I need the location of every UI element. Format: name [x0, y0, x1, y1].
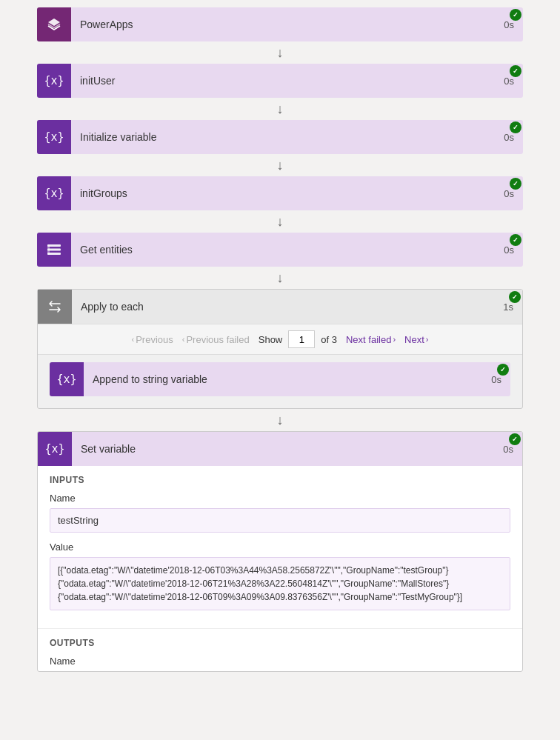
step-initgroups: {x} initGroups 0s ✓ — [37, 176, 523, 210]
svg-rect-3 — [47, 244, 50, 255]
set-variable-header[interactable]: {x} Set variable 0s ✓ — [38, 432, 522, 466]
success-badge-append: ✓ — [497, 364, 509, 376]
success-badge-initvariable: ✓ — [510, 121, 521, 133]
next-failed-label: Next failed — [346, 334, 391, 345]
step-header-getentities[interactable]: Get entities 0s ✓ — [37, 233, 523, 267]
step-duration-initgroups: 0s — [495, 188, 523, 199]
pagination-previous-failed-btn[interactable]: ‹ Previous failed — [179, 333, 253, 347]
step-initvariable: {x} Initialize variable 0s ✓ — [37, 120, 523, 154]
inputs-label: INPUTS — [50, 475, 510, 485]
icon-initgroups: {x} — [37, 176, 71, 210]
step-title-initvariable: Initialize variable — [71, 131, 495, 143]
previous-label: Previous — [136, 334, 173, 345]
icon-initvariable: {x} — [37, 120, 71, 154]
step-duration-initvariable: 0s — [495, 132, 523, 143]
setvariable-title: Set variable — [72, 443, 494, 455]
chevron-right-failed-icon: › — [393, 335, 396, 344]
step-header-append[interactable]: {x} Append to string variable 0s ✓ — [50, 362, 510, 396]
step-title-initgroups: initGroups — [71, 187, 495, 199]
icon-getentities — [37, 233, 71, 267]
loop-header[interactable]: Apply to each 1s ✓ — [38, 290, 522, 324]
step-header-powerapps[interactable]: PowerApps 0s ✓ — [37, 7, 523, 41]
value-field-content: [{"odata.etag":"W/\"datetime'2018-12-06T… — [50, 557, 510, 610]
success-badge-powerapps: ✓ — [510, 9, 521, 21]
step-getentities: Get entities 0s ✓ — [37, 233, 523, 267]
icon-powerapps — [37, 7, 71, 41]
success-badge-setvariable: ✓ — [509, 433, 521, 445]
connector-2: ↓ — [277, 98, 284, 120]
flow-container: PowerApps 0s ✓ ↓ {x} initUser 0s ✓ ↓ {x}… — [37, 7, 523, 672]
set-variable-container: {x} Set variable 0s ✓ INPUTS Name testSt… — [37, 431, 523, 672]
step-append: {x} Append to string variable 0s ✓ — [50, 362, 510, 396]
outputs-name-label: Name — [50, 656, 510, 667]
loop-pagination: ‹ Previous ‹ Previous failed Show of 3 N… — [38, 324, 522, 355]
icon-loop — [38, 290, 72, 324]
outputs-label: OUTPUTS — [50, 638, 510, 648]
name-field-value: testString — [50, 508, 510, 533]
next-label: Next — [404, 334, 424, 345]
success-badge-getentities: ✓ — [510, 234, 521, 246]
loop-inner: {x} Append to string variable 0s ✓ — [38, 355, 522, 408]
step-header-initvariable[interactable]: {x} Initialize variable 0s ✓ — [37, 120, 523, 154]
step-duration-append: 0s — [482, 374, 510, 385]
outputs-section: OUTPUTS Name — [38, 628, 522, 667]
step-duration-getentities: 0s — [495, 244, 523, 256]
step-duration-inituser: 0s — [495, 76, 523, 87]
pagination-next-failed-btn[interactable]: Next failed › — [343, 333, 399, 347]
step-title-inituser: initUser — [71, 75, 495, 87]
icon-setvariable: {x} — [38, 432, 72, 466]
pagination-next-btn[interactable]: Next › — [401, 333, 431, 347]
value-field-label: Value — [50, 541, 510, 553]
previous-failed-label: Previous failed — [186, 334, 249, 345]
of-pages: of 3 — [321, 334, 337, 345]
step-powerapps: PowerApps 0s ✓ — [37, 7, 523, 41]
setvariable-duration: 0s — [494, 444, 522, 455]
step-inituser: {x} initUser 0s ✓ — [37, 64, 523, 98]
connector-3: ↓ — [277, 154, 284, 176]
name-field-label: Name — [50, 493, 510, 504]
page-number-input[interactable] — [288, 330, 315, 348]
loop-title: Apply to each — [72, 301, 494, 313]
connector-6: ↓ — [277, 409, 284, 431]
step-header-initgroups[interactable]: {x} initGroups 0s ✓ — [37, 176, 523, 210]
connector-4: ↓ — [277, 210, 284, 233]
inputs-section: INPUTS Name testString Value [{"odata.et… — [38, 466, 522, 628]
success-badge-initgroups: ✓ — [510, 178, 521, 190]
step-header-inituser[interactable]: {x} initUser 0s ✓ — [37, 64, 523, 98]
show-label: Show — [259, 334, 283, 345]
step-title-getentities: Get entities — [71, 244, 495, 256]
loop-duration: 1s — [494, 301, 522, 313]
step-title-append: Append to string variable — [84, 373, 482, 385]
chevron-left-icon: ‹ — [132, 335, 135, 344]
loop-apply-to-each: Apply to each 1s ✓ ‹ Previous ‹ Previous… — [37, 289, 523, 409]
success-badge-inituser: ✓ — [510, 65, 521, 77]
step-title-powerapps: PowerApps — [71, 19, 495, 30]
icon-inituser: {x} — [37, 64, 71, 98]
chevron-right-icon: › — [426, 335, 429, 344]
connector-1: ↓ — [277, 41, 284, 64]
step-duration-powerapps: 0s — [495, 19, 523, 30]
success-badge-loop: ✓ — [509, 291, 521, 303]
connector-5: ↓ — [277, 267, 284, 289]
pagination-previous-btn[interactable]: ‹ Previous — [129, 333, 176, 347]
icon-append: {x} — [50, 362, 84, 396]
chevron-left-failed-icon: ‹ — [182, 335, 185, 344]
